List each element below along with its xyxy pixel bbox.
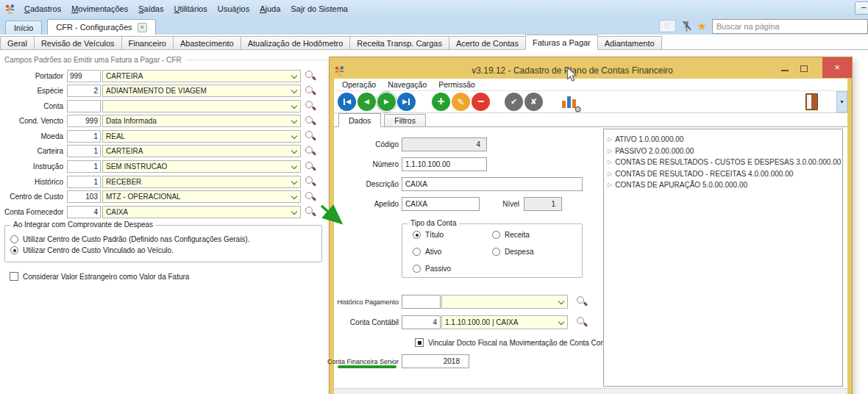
radio-icon[interactable] bbox=[492, 248, 500, 256]
historico-code-input[interactable] bbox=[67, 176, 101, 188]
favorite-heart-icon[interactable]: ♡ bbox=[659, 20, 676, 32]
subtab-acerto-contas[interactable]: Acerto de Contas bbox=[449, 36, 526, 49]
historico-select[interactable]: RECEBER bbox=[102, 176, 301, 188]
window-minimize-button[interactable]: – bbox=[855, 1, 868, 15]
historico-lookup-icon[interactable] bbox=[305, 176, 316, 187]
tab-cfr-configuracoes[interactable]: CFR - Configurações × bbox=[47, 19, 155, 35]
numero-input[interactable] bbox=[402, 157, 487, 171]
radio-centro-custo-vinculado[interactable]: Utilizar Centro de Custo Vinculado ao Ve… bbox=[10, 246, 321, 254]
delete-button[interactable]: − bbox=[472, 93, 490, 111]
carteira-lookup-icon[interactable] bbox=[305, 146, 316, 157]
historico-pagamento-select[interactable] bbox=[441, 295, 568, 309]
radio-icon[interactable] bbox=[413, 265, 421, 273]
apelido-input[interactable] bbox=[402, 197, 480, 211]
moeda-code-input[interactable] bbox=[67, 130, 101, 143]
dialog-close-button[interactable]: × bbox=[822, 57, 852, 78]
first-record-button[interactable]: ◀ bbox=[338, 93, 356, 111]
tab-inicio[interactable]: Início bbox=[5, 21, 42, 35]
expand-triangle-icon[interactable]: ▷ bbox=[608, 136, 612, 143]
subtab-adiantamento[interactable]: Adiantamento bbox=[597, 36, 662, 49]
conta-code-input[interactable] bbox=[67, 100, 101, 112]
tree-item-ativo[interactable]: ▷ ATIVO 1.0.00.000.00 bbox=[608, 134, 842, 146]
tab-dados[interactable]: Dados bbox=[338, 113, 381, 127]
bookmark-star-icon[interactable]: ★ bbox=[697, 21, 707, 32]
subtab-abastecimento[interactable]: Abastecimento bbox=[173, 36, 241, 49]
moeda-lookup-icon[interactable] bbox=[305, 130, 316, 142]
dialog-titlebar[interactable]: v3.19.12 - Cadastro de Plano de Contas F… bbox=[334, 62, 847, 79]
dialog-minimize-icon[interactable] bbox=[781, 70, 789, 71]
edit-button[interactable]: ✎ bbox=[452, 93, 470, 111]
centro-de-custo-lookup-icon[interactable] bbox=[305, 191, 316, 203]
portador-select[interactable]: CARTEIRA bbox=[102, 70, 301, 82]
previous-record-button[interactable]: ◀ bbox=[357, 93, 376, 111]
radio-receita[interactable]: Receita bbox=[492, 231, 530, 239]
menu-saidas[interactable]: Saídas bbox=[133, 4, 168, 13]
conta-contabil-code-input[interactable] bbox=[402, 315, 441, 329]
centro-de-custo-select[interactable]: MTZ - OPERACIONAL bbox=[102, 190, 301, 203]
valor-estrangeiro-checkbox-row[interactable]: Considerar Valor Estrangeiro como Valor … bbox=[4, 272, 328, 281]
especie-code-input[interactable] bbox=[67, 85, 101, 97]
menu-permissao[interactable]: Permissão bbox=[433, 80, 481, 89]
radio-titulo[interactable]: Título bbox=[413, 231, 444, 239]
expand-triangle-icon[interactable]: ▷ bbox=[608, 148, 612, 154]
radio-icon[interactable] bbox=[10, 235, 18, 243]
menu-ajuda[interactable]: Ajuda bbox=[255, 4, 285, 13]
menu-operacao[interactable]: Operação bbox=[336, 80, 382, 89]
conta-fornecedor-select[interactable]: CAIXA bbox=[102, 206, 301, 218]
moeda-select[interactable]: REAL bbox=[102, 130, 301, 143]
radio-icon[interactable] bbox=[413, 248, 421, 256]
checkbox-checked-icon[interactable] bbox=[415, 338, 424, 347]
conta-lookup-icon[interactable] bbox=[305, 100, 316, 112]
unpin-icon[interactable] bbox=[681, 20, 692, 32]
dialog-maximize-icon[interactable] bbox=[800, 65, 808, 72]
menu-movimentacoes[interactable]: Movimentações bbox=[66, 4, 133, 13]
toolbar-dropdown-button[interactable]: ▾ bbox=[836, 91, 847, 112]
search-input[interactable] bbox=[712, 19, 868, 34]
exit-door-button[interactable] bbox=[805, 93, 818, 110]
radio-centro-custo-padrao[interactable]: Utilizar Centro de Custo Padrão (Definid… bbox=[10, 235, 321, 243]
subtab-financeiro[interactable]: Financeiro bbox=[121, 36, 174, 49]
cond-vencto-lookup-icon[interactable] bbox=[305, 115, 316, 127]
subtab-faturas-a-pagar[interactable]: Faturas a Pagar bbox=[525, 35, 598, 50]
expand-triangle-icon[interactable]: ▷ bbox=[608, 171, 612, 177]
subtab-receita-transp-cargas[interactable]: Receita Transp. Cargas bbox=[349, 36, 449, 49]
carteira-select[interactable]: CARTEIRA bbox=[102, 145, 301, 157]
chart-settings-button[interactable]: ⚙ bbox=[561, 93, 580, 112]
tree-item-contas-apuracao[interactable]: ▷ CONTAS DE APURAÇÃO 5.0.00.000.00 bbox=[608, 179, 842, 191]
subtab-geral[interactable]: Geral bbox=[0, 36, 35, 49]
tab-filtros[interactable]: Filtros bbox=[384, 114, 426, 126]
portador-code-input[interactable] bbox=[67, 70, 101, 82]
radio-selected-icon[interactable] bbox=[413, 231, 421, 239]
conta-financeira-senior-input[interactable] bbox=[402, 354, 469, 368]
row-vincular-docto[interactable]: Vincular Docto Fiscal na Movimentação de… bbox=[334, 336, 595, 351]
instrucao-code-input[interactable] bbox=[67, 160, 101, 173]
cond-vencto-select[interactable]: Data Informada bbox=[102, 115, 301, 127]
subtab-atualizacao-hodometro[interactable]: Atualização de Hodômetro bbox=[241, 36, 351, 49]
confirm-button[interactable]: ✔ bbox=[505, 93, 523, 111]
cond-vencto-code-input[interactable] bbox=[67, 115, 101, 127]
carteira-code-input[interactable] bbox=[67, 145, 101, 157]
expand-triangle-icon[interactable]: ▷ bbox=[608, 182, 612, 188]
instrucao-lookup-icon[interactable] bbox=[305, 161, 316, 173]
radio-selected-icon[interactable] bbox=[10, 246, 18, 254]
checkbox-icon[interactable] bbox=[10, 272, 18, 281]
menu-navegacao[interactable]: Navegação bbox=[382, 80, 433, 89]
especie-lookup-icon[interactable] bbox=[305, 85, 316, 97]
conta-contabil-select[interactable]: 1.1.10.100.00 | CAIXA bbox=[441, 315, 568, 329]
close-tab-icon[interactable]: × bbox=[138, 23, 147, 32]
conta-fornecedor-lookup-icon[interactable] bbox=[305, 206, 316, 218]
tree-item-contas-resultados-custos[interactable]: ▷ CONTAS DE RESULTADOS - CUSTOS E DESPES… bbox=[608, 157, 842, 168]
conta-fornecedor-code-input[interactable] bbox=[67, 206, 101, 218]
tree-item-contas-resultado-receitas[interactable]: ▷ CONTAS DE RESULTADO - RECEITAS 4.0.00.… bbox=[608, 168, 842, 180]
conta-select[interactable] bbox=[102, 100, 301, 112]
menu-utilitarios[interactable]: Utilitários bbox=[168, 4, 212, 13]
descricao-input[interactable] bbox=[402, 177, 583, 191]
menu-sair-do-sistema[interactable]: Sair do Sistema bbox=[285, 4, 353, 13]
menu-cadastros[interactable]: Cadastros bbox=[19, 4, 66, 13]
historico-pagamento-code-input[interactable] bbox=[402, 295, 441, 309]
cancel-button[interactable]: ✘ bbox=[524, 93, 543, 111]
add-button[interactable]: + bbox=[432, 93, 450, 111]
tree-item-passivo[interactable]: ▷ PASSIVO 2.0.00.000.00 bbox=[608, 146, 842, 157]
radio-despesa[interactable]: Despesa bbox=[492, 248, 533, 256]
radio-ativo[interactable]: Ativo bbox=[413, 248, 441, 256]
